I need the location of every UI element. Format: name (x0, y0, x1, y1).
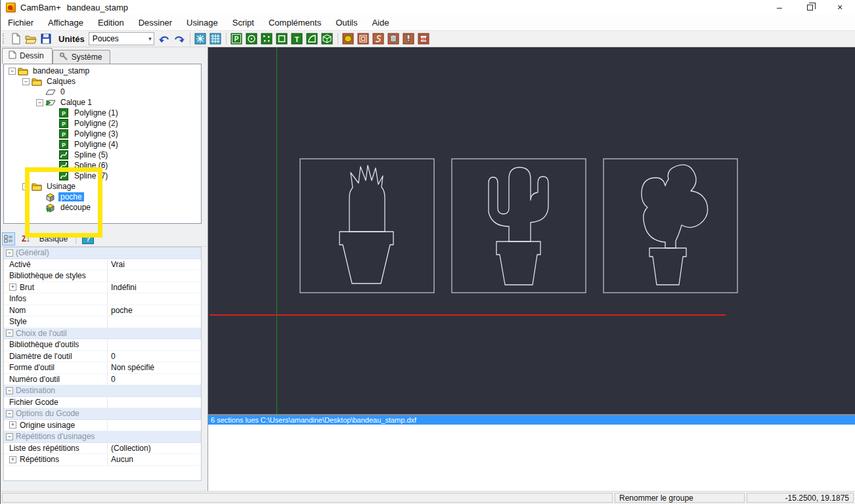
new-file-button[interactable] (8, 32, 23, 46)
property-row[interactable]: Bibliothèque de styles (4, 270, 201, 282)
menu-complments[interactable]: Compléments (261, 14, 328, 30)
expand-plus-icon[interactable]: + (9, 456, 16, 463)
tree-item-spline-5-[interactable]: Spline (5) (4, 150, 201, 160)
tree-item-polyligne-4-[interactable]: PPolyligne (4) (4, 139, 201, 150)
tree-item-d-coupe[interactable]: découpe (4, 202, 201, 213)
entity-cactus-columnar[interactable] (299, 158, 435, 293)
property-row[interactable]: Bibliothèque d'outils (4, 339, 201, 351)
property-category[interactable]: −Répétitions d'usinages (4, 431, 201, 443)
op-pocket-button[interactable] (341, 32, 356, 46)
expand-minus-icon[interactable]: − (6, 329, 13, 337)
property-row[interactable]: ActivéVrai (4, 259, 201, 271)
help-button[interactable]: ? (82, 234, 94, 244)
property-category[interactable]: −Destination (4, 385, 201, 397)
property-value[interactable]: 0 (108, 351, 201, 362)
expand-minus-icon[interactable]: − (22, 78, 30, 85)
menu-usinage[interactable]: Usinage (179, 14, 225, 30)
draw-rectangle-button[interactable] (274, 32, 290, 46)
property-category[interactable]: −(Général) (4, 247, 201, 259)
property-row[interactable]: +Origine usinage (4, 420, 201, 432)
log-line-selected[interactable]: 6 sections lues C:\Users\amandine\Deskto… (208, 414, 855, 425)
menu-script[interactable]: Script (225, 14, 261, 30)
op-engrave-button[interactable] (371, 32, 386, 46)
expand-plus-icon[interactable]: + (9, 284, 16, 291)
log-area[interactable] (208, 425, 855, 491)
expand-minus-icon[interactable]: − (9, 68, 16, 75)
tree-item-polyligne-1-[interactable]: PPolyligne (1) (4, 108, 201, 118)
property-row[interactable]: Fichier Gcode (4, 397, 201, 409)
property-row[interactable]: Liste des répétitions(Collection) (4, 443, 201, 455)
op-profile-button[interactable] (356, 32, 371, 46)
tree-item-usinage[interactable]: −Usinage (4, 181, 201, 192)
draw-surface-button[interactable] (320, 32, 335, 46)
property-category[interactable]: −Choix de l'outil (4, 328, 201, 340)
property-value[interactable] (108, 420, 201, 431)
sort-alpha-button[interactable]: Z↓ (22, 234, 30, 243)
tree-item-0[interactable]: 0 (4, 87, 201, 97)
entity-cactus-prickly-pear[interactable] (603, 158, 738, 293)
property-row[interactable]: Forme d'outilNon spécifié (4, 362, 201, 374)
menu-fichier[interactable]: Fichier (1, 14, 41, 30)
expand-plus-icon[interactable]: + (9, 421, 16, 429)
property-row[interactable]: Nompoche (4, 305, 201, 317)
property-row[interactable]: +RépétitionsAucun (4, 454, 201, 466)
expand-minus-icon[interactable]: − (22, 183, 30, 190)
open-file-button[interactable] (23, 32, 38, 46)
save-file-button[interactable] (38, 32, 53, 46)
tree-item-poche[interactable]: poche (4, 192, 201, 202)
property-row[interactable]: Numéro d'outil0 (4, 374, 201, 386)
tree-item-spline-7-[interactable]: Spline (7) (4, 171, 201, 181)
draw-points-button[interactable] (259, 32, 274, 46)
tab-systme[interactable]: Système (53, 50, 111, 64)
draw-arc-button[interactable] (305, 32, 320, 46)
redo-button[interactable] (172, 32, 187, 46)
menu-aide[interactable]: Aide (364, 14, 396, 30)
op-drill-button[interactable] (386, 32, 401, 46)
property-row[interactable]: Diamètre de l'outil0 (4, 351, 201, 363)
property-value[interactable] (108, 270, 201, 282)
draw-polyline-button[interactable]: P (229, 32, 244, 46)
menu-dessiner[interactable]: Dessiner (131, 14, 179, 30)
property-value[interactable] (108, 293, 201, 304)
expand-minus-icon[interactable]: − (6, 433, 13, 440)
tab-dessin[interactable]: Dessin (2, 48, 53, 64)
property-row[interactable]: Infos (4, 293, 201, 305)
snap-grid-button[interactable] (193, 32, 208, 46)
property-row[interactable]: Style (4, 316, 201, 328)
entity-cactus-saguaro[interactable] (451, 158, 586, 293)
tree-item-polyligne-3-[interactable]: PPolyligne (3) (4, 129, 201, 139)
menu-affichage[interactable]: Affichage (41, 14, 91, 30)
draw-circle-button[interactable] (244, 32, 259, 46)
close-button[interactable]: × (825, 0, 855, 14)
property-value[interactable]: Vrai (108, 259, 201, 270)
op-heightmap-button[interactable]: HM (416, 32, 431, 46)
property-value[interactable] (108, 316, 201, 327)
property-category[interactable]: −Options du Gcode (4, 408, 201, 420)
property-value[interactable]: Aucun (108, 454, 201, 465)
property-value[interactable] (108, 339, 201, 350)
property-value[interactable]: Indéfini (108, 282, 201, 293)
tree-item-bandeau-stamp[interactable]: −bandeau_stamp (4, 66, 201, 76)
restore-button[interactable] (795, 0, 825, 14)
menu-edition[interactable]: Edition (91, 14, 131, 30)
tree-item-polyligne-2-[interactable]: PPolyligne (2) (4, 118, 201, 129)
expand-minus-icon[interactable]: − (6, 410, 13, 417)
tree-item-spline-6-[interactable]: Spline (6) (4, 160, 201, 171)
op-3d-profile-button[interactable] (401, 32, 416, 46)
property-value[interactable]: 0 (108, 374, 201, 385)
property-value[interactable]: Non spécifié (108, 362, 201, 373)
tree-item-calque-1[interactable]: −Calque 1 (4, 97, 201, 108)
show-grid-button[interactable] (208, 32, 223, 46)
property-row[interactable]: +BrutIndéfini (4, 282, 201, 294)
drawing-canvas[interactable] (208, 47, 855, 414)
property-value[interactable]: (Collection) (108, 443, 201, 454)
expand-minus-icon[interactable]: − (6, 387, 13, 394)
property-value[interactable]: poche (108, 305, 201, 316)
expand-minus-icon[interactable]: − (6, 249, 13, 257)
minimize-button[interactable]: – (764, 0, 795, 14)
draw-text-button[interactable]: T (290, 32, 305, 46)
tree-item-calques[interactable]: −Calques (4, 76, 201, 87)
menu-outils[interactable]: Outils (328, 14, 364, 30)
undo-button[interactable] (157, 32, 172, 46)
property-value[interactable] (108, 397, 201, 408)
